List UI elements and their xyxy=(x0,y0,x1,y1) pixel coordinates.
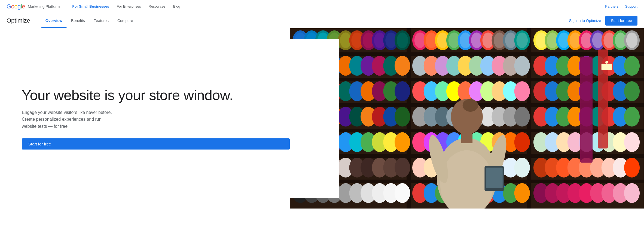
svg-point-66 xyxy=(626,33,638,48)
tab-overview[interactable]: Overview xyxy=(41,13,67,28)
svg-point-144 xyxy=(514,107,530,127)
logo-e: e xyxy=(22,3,25,10)
svg-point-173 xyxy=(514,132,530,152)
tab-compare[interactable]: Compare xyxy=(113,13,138,28)
svg-point-86 xyxy=(514,56,530,76)
svg-rect-250 xyxy=(580,57,593,163)
tab-benefits[interactable]: Benefits xyxy=(67,13,89,28)
svg-point-253 xyxy=(605,61,608,64)
hero-section: Your website is your store window. Engag… xyxy=(0,28,644,209)
svg-point-231 xyxy=(514,183,530,203)
product-nav-links: Overview Benefits Features Compare xyxy=(41,13,569,28)
platform-name: Marketing Platform xyxy=(28,4,60,9)
hero-title: Your website is your store window. xyxy=(22,87,290,104)
svg-point-124 xyxy=(624,81,640,101)
svg-point-95 xyxy=(624,56,640,76)
nav-link-blog[interactable]: Blog xyxy=(169,0,184,13)
nav-link-small-businesses[interactable]: For Small Businesses xyxy=(69,0,113,13)
hero-subtitle: Engage your website visitors like never … xyxy=(22,109,114,130)
svg-point-153 xyxy=(624,107,640,127)
logo-o2: o xyxy=(14,3,17,10)
svg-point-28 xyxy=(397,33,408,48)
svg-point-105 xyxy=(395,81,410,101)
svg-point-221 xyxy=(395,183,410,203)
svg-point-192 xyxy=(395,158,410,178)
svg-point-211 xyxy=(624,158,640,178)
hero-content: Your website is your store window. Engag… xyxy=(0,28,290,209)
svg-point-48 xyxy=(517,33,528,48)
logo-area: Google Marketing Platform xyxy=(7,3,60,10)
partners-link[interactable]: Partners xyxy=(605,4,618,8)
svg-point-134 xyxy=(395,107,410,127)
logo-g: G xyxy=(7,3,11,10)
sign-in-link[interactable]: Sign in to Optimize xyxy=(569,18,601,23)
svg-point-115 xyxy=(514,81,530,101)
top-nav-right: Partners Support xyxy=(605,4,637,8)
product-nav-right: Sign in to Optimize Start for free xyxy=(569,16,637,26)
svg-rect-249 xyxy=(486,167,503,188)
logo-o1: o xyxy=(11,3,14,10)
hero-cta-button[interactable]: Start for free xyxy=(22,138,290,150)
svg-rect-1 xyxy=(290,52,644,56)
product-name: Optimize xyxy=(7,17,30,24)
svg-point-76 xyxy=(395,56,410,76)
product-navigation: Optimize Overview Benefits Features Comp… xyxy=(0,13,644,28)
hero-image xyxy=(290,28,644,209)
svg-point-163 xyxy=(395,132,410,152)
logo-g2: g xyxy=(17,3,21,10)
svg-rect-252 xyxy=(602,64,612,70)
svg-point-202 xyxy=(514,158,530,178)
nav-link-resources[interactable]: Resources xyxy=(145,0,169,13)
yarn-store-image xyxy=(290,28,644,209)
hero-white-overlay xyxy=(290,39,339,198)
top-navigation: Google Marketing Platform For Small Busi… xyxy=(0,0,644,13)
nav-link-enterprises[interactable]: For Enterprises xyxy=(113,0,145,13)
start-free-button-nav[interactable]: Start for free xyxy=(605,16,637,26)
svg-rect-245 xyxy=(461,133,473,143)
tab-features[interactable]: Features xyxy=(89,13,113,28)
svg-point-182 xyxy=(624,132,640,152)
svg-point-244 xyxy=(463,99,478,112)
google-logo: Google xyxy=(7,3,25,10)
top-nav-links: For Small Businesses For Enterprises Res… xyxy=(69,0,605,13)
support-link[interactable]: Support xyxy=(625,4,637,8)
svg-point-240 xyxy=(624,183,640,203)
